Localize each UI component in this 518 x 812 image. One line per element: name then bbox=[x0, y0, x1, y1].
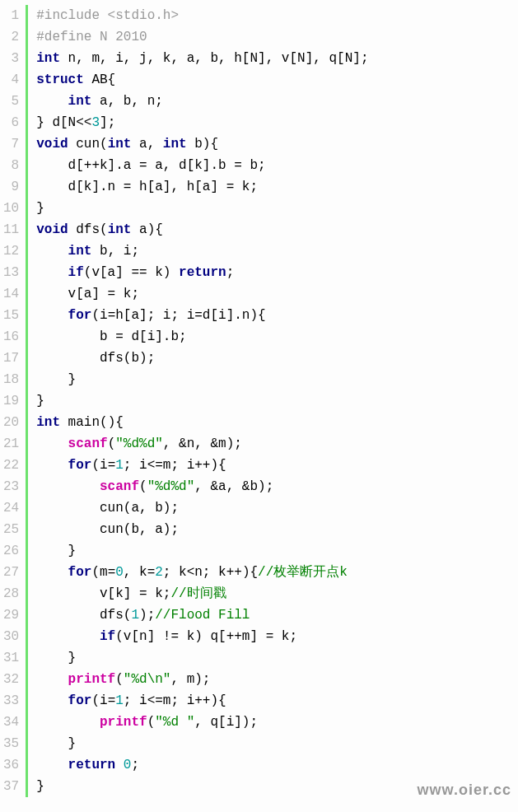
code-line: d[++k].a = a, d[k].b = b; bbox=[36, 155, 510, 176]
code-token: b){ bbox=[187, 137, 218, 152]
code-token: if bbox=[68, 265, 84, 280]
code-token: } bbox=[36, 201, 44, 216]
code-token: cun(b, a); bbox=[36, 522, 179, 537]
line-number: 32 bbox=[3, 669, 19, 690]
code-token: a, b, n; bbox=[91, 94, 162, 109]
code-token: , m); bbox=[170, 672, 210, 687]
code-token: "%d%d" bbox=[147, 479, 195, 494]
code-token: scanf bbox=[100, 479, 139, 494]
code-token: int bbox=[68, 94, 92, 109]
code-line: printf("%d\n", m); bbox=[36, 669, 510, 690]
code-token: 1 bbox=[115, 458, 124, 473]
code-token: cun( bbox=[68, 137, 108, 152]
code-token bbox=[36, 693, 68, 708]
code-token: 0 bbox=[115, 565, 124, 580]
code-token: } bbox=[36, 651, 76, 665]
code-token: 3 bbox=[91, 115, 100, 130]
line-number: 20 bbox=[3, 412, 19, 433]
code-token bbox=[36, 715, 100, 730]
code-line: for(i=1; i<=m; i++){ bbox=[36, 455, 510, 476]
code-token: void bbox=[36, 137, 68, 152]
line-number: 30 bbox=[3, 626, 19, 647]
code-token: b, i; bbox=[91, 244, 139, 259]
code-token: ]; bbox=[100, 115, 115, 130]
code-line: int n, m, i, j, k, a, b, h[N], v[N], q[N… bbox=[36, 48, 510, 69]
code-token: if bbox=[100, 629, 115, 644]
code-token: ; i<=m; i++){ bbox=[124, 693, 226, 708]
code-token: "%d " bbox=[155, 715, 194, 730]
code-token: for bbox=[68, 458, 92, 473]
code-line: scanf("%d%d", &a, &b); bbox=[36, 476, 510, 497]
code-token: (m= bbox=[91, 565, 115, 580]
code-line: v[a] = k; bbox=[36, 283, 510, 305]
code-line: v[k] = k;//时间戳 bbox=[36, 583, 510, 604]
code-token: "%d%d" bbox=[115, 436, 163, 451]
line-number: 33 bbox=[3, 690, 19, 712]
code-line: for(m=0, k=2; k<n; k++){//枚举断开点k bbox=[36, 562, 510, 583]
code-token bbox=[36, 629, 100, 644]
code-line: dfs(1);//Flood Fill bbox=[36, 604, 510, 626]
code-token bbox=[36, 244, 68, 259]
line-number: 13 bbox=[3, 262, 19, 283]
code-line: for(i=h[a]; i; i=d[i].n){ bbox=[36, 305, 510, 326]
code-line: int a, b, n; bbox=[36, 91, 510, 112]
line-number: 14 bbox=[3, 283, 19, 305]
line-number: 5 bbox=[3, 91, 19, 112]
code-token: } bbox=[36, 779, 44, 794]
line-number: 11 bbox=[3, 219, 19, 240]
code-line: } bbox=[36, 647, 510, 669]
line-number: 23 bbox=[3, 476, 19, 497]
code-token: v[a] = k; bbox=[36, 287, 139, 301]
code-token: 1 bbox=[115, 693, 124, 708]
code-token: d[++k].a = a, d[k].b = b; bbox=[36, 158, 265, 173]
line-number: 2 bbox=[3, 26, 19, 48]
code-token: //时间戳 bbox=[170, 586, 226, 601]
line-number: 17 bbox=[3, 348, 19, 369]
code-token: cun(a, b); bbox=[36, 501, 179, 516]
code-token bbox=[36, 458, 68, 473]
code-token: ; bbox=[131, 758, 139, 772]
code-token: } bbox=[36, 736, 76, 751]
code-line: } bbox=[36, 540, 510, 562]
line-number: 35 bbox=[3, 733, 19, 754]
line-number: 4 bbox=[3, 69, 19, 91]
code-token: (v[a] == k) bbox=[84, 265, 179, 280]
code-token bbox=[36, 265, 68, 280]
code-line: b = d[i].b; bbox=[36, 326, 510, 348]
code-token bbox=[36, 565, 68, 580]
code-token bbox=[36, 672, 68, 687]
code-line: d[k].n = h[a], h[a] = k; bbox=[36, 176, 510, 198]
code-token: dfs(b); bbox=[36, 351, 155, 366]
code-token: #define N 2010 bbox=[36, 30, 147, 44]
code-token: (i= bbox=[91, 458, 115, 473]
code-token: 0 bbox=[124, 758, 132, 772]
code-token: main(){ bbox=[60, 415, 124, 430]
code-token: int bbox=[108, 137, 132, 152]
code-token: v[k] = k; bbox=[36, 586, 170, 601]
line-number: 22 bbox=[3, 455, 19, 476]
code-token: ( bbox=[115, 672, 124, 687]
code-token: int bbox=[108, 222, 132, 237]
code-token: int bbox=[68, 244, 92, 259]
code-token: } bbox=[36, 544, 76, 558]
line-number-gutter: 1234567891011121314151617181920212223242… bbox=[0, 0, 26, 802]
code-token: //枚举断开点k bbox=[258, 565, 348, 580]
code-token bbox=[36, 308, 68, 323]
code-token: } bbox=[36, 394, 44, 408]
code-token: ( bbox=[108, 436, 116, 451]
code-token: n, m, i, j, k, a, b, h[N], v[N], q[N]; bbox=[60, 51, 368, 66]
code-token: return bbox=[179, 265, 226, 280]
code-token: int bbox=[163, 137, 187, 152]
line-number: 28 bbox=[3, 583, 19, 604]
code-token: ; i<=m; i++){ bbox=[124, 458, 226, 473]
line-number: 1 bbox=[3, 5, 19, 26]
code-token bbox=[36, 436, 68, 451]
line-number: 37 bbox=[3, 776, 19, 797]
code-line: void cun(int a, int b){ bbox=[36, 133, 510, 155]
line-number: 26 bbox=[3, 540, 19, 562]
line-number: 24 bbox=[3, 497, 19, 519]
code-token: ; bbox=[226, 265, 235, 280]
line-number: 12 bbox=[3, 240, 19, 262]
code-token: printf bbox=[68, 672, 116, 687]
code-token: for bbox=[68, 308, 92, 323]
